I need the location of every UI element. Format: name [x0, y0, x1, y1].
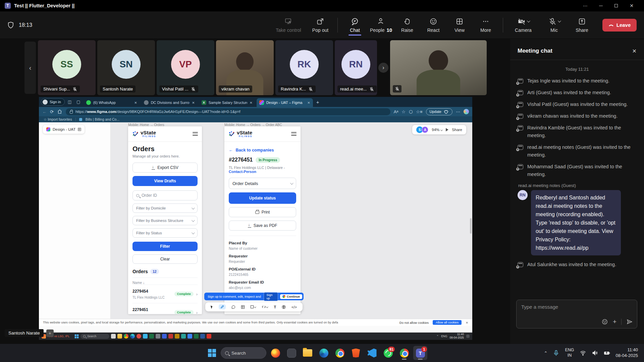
shared-clock[interactable]: 11:4008-04-2025 [450, 333, 464, 339]
opera-icon[interactable] [137, 334, 141, 339]
edge-icon[interactable] [130, 334, 135, 339]
shared-search-box[interactable]: Search [80, 334, 109, 339]
camera-options-chevron-icon[interactable] [527, 19, 530, 22]
address-bar[interactable]: https://www.figma.com/design/9BKQ0FOHRWa… [66, 108, 390, 115]
shape-tool-icon[interactable] [251, 305, 256, 308]
column-header-name[interactable]: Name ↓ [132, 278, 198, 285]
back-to-companies-link[interactable]: ←Back to companies [229, 148, 296, 153]
selected-tool-icon[interactable] [219, 304, 226, 309]
clear-button[interactable]: Clear [132, 254, 198, 264]
favorite-star-icon[interactable]: ☆ [401, 109, 406, 114]
raise-hand-button[interactable]: Raise [395, 14, 419, 36]
deny-cookies-button[interactable]: Do not allow cookies [399, 321, 429, 324]
browser-tab-active[interactable]: Design - UAT – Figma ✕ [257, 98, 313, 107]
read-aloud-icon[interactable]: Aᵃ [394, 109, 398, 114]
filter-domicile-dropdown[interactable]: Filter by Domicile [132, 203, 198, 213]
figma-document-chip[interactable]: Design - UAT [43, 125, 85, 134]
taskbar-app-icon[interactable] [162, 334, 167, 339]
spotlight-video-tile[interactable] [390, 40, 487, 95]
widgets-tool-icon[interactable] [282, 305, 285, 309]
taskbar-app-icon[interactable] [187, 334, 192, 339]
notification-icon[interactable] [466, 335, 470, 338]
close-tab-icon[interactable]: ✕ [134, 101, 137, 105]
refresh-icon[interactable]: ⟳ [50, 109, 54, 114]
attach-plus-icon[interactable]: + [613, 318, 616, 325]
mic-button[interactable]: Mic [541, 14, 568, 36]
teams-app-icon[interactable]: T1 [413, 346, 427, 360]
more-button[interactable]: More [474, 14, 497, 36]
file-explorer-icon[interactable] [117, 334, 122, 339]
browser-tab[interactable]: DC Divisions and Surroundings ✕ [141, 98, 198, 107]
participant-tile[interactable]: RK Ravindra K... [275, 40, 333, 95]
filter-status-dropdown[interactable]: Filter by Status [132, 228, 198, 238]
strip-scroll-right-button[interactable]: › [378, 63, 388, 73]
language-indicator[interactable]: ENGIN [565, 348, 574, 358]
leave-button[interactable]: Leave [602, 19, 637, 32]
tray-mic-icon[interactable] [553, 350, 559, 356]
pdf-icon[interactable] [207, 334, 211, 339]
zoom-level-dropdown[interactable]: 94% [432, 128, 442, 132]
filter-structure-dropdown[interactable]: Filter by Business Structure [132, 216, 198, 225]
hamburger-menu-icon[interactable] [193, 132, 198, 136]
taskbar-app-icon[interactable] [111, 334, 116, 339]
filter-button[interactable]: Filter [132, 242, 198, 251]
start-icon[interactable] [74, 334, 79, 339]
taskbar-app-icon[interactable] [156, 334, 160, 339]
browser-update-button[interactable]: Update [426, 108, 452, 115]
add-overlay-icon[interactable]: + [46, 329, 54, 337]
export-csv-button[interactable]: Export CSV [132, 163, 198, 173]
participant-tile-video[interactable]: vikram chavan [216, 40, 274, 95]
figma-share-button[interactable]: Share [452, 128, 462, 132]
edge-app-icon[interactable] [317, 346, 331, 360]
move-tool-icon[interactable] [211, 305, 213, 309]
browser-tab[interactable]: (6) WhatsApp ✕ [84, 98, 140, 107]
collaborator-avatar[interactable]: A [422, 126, 428, 133]
minimize-icon[interactable] [593, 0, 608, 11]
back-icon[interactable]: ← [42, 109, 47, 114]
participant-tile[interactable]: SN Santosh Narate [97, 40, 155, 95]
favorites-list-icon[interactable]: ☆≡ [416, 109, 422, 114]
taskbar-search[interactable]: Search [221, 347, 266, 359]
close-cookie-icon[interactable]: ✕ [466, 321, 468, 324]
close-tab-icon[interactable]: ✕ [192, 101, 195, 105]
pop-out-button[interactable]: Pop out [309, 14, 332, 36]
word-icon[interactable] [200, 334, 205, 339]
chrome-icon[interactable] [124, 334, 128, 339]
save-as-pdf-button[interactable]: Save as PDF [229, 221, 296, 231]
canvas-scrollbar[interactable] [470, 218, 472, 234]
firefox-app-icon[interactable] [268, 346, 282, 360]
comment-tool-icon[interactable] [232, 305, 235, 309]
participant-tile[interactable]: SS Shivani Sup... [38, 40, 96, 95]
order-id-search-input[interactable]: Order ID [132, 190, 198, 200]
order-details-dropdown[interactable]: Order Details [229, 178, 296, 189]
tab-actions-icon[interactable]: ▢ [75, 98, 82, 106]
signup-button[interactable]: Sign up [264, 292, 278, 301]
extensions-icon[interactable]: ⬡ [409, 109, 413, 114]
chat-message-input[interactable] [517, 300, 637, 315]
participant-tile[interactable]: RN read.ai mee... [335, 40, 377, 95]
update-status-button[interactable]: Update status [229, 192, 296, 204]
contact-person-link[interactable]: Contact-Person [229, 170, 256, 174]
order-row[interactable]: 2279451TL Flex Holdings LLC Complete › [132, 303, 198, 314]
excel-icon[interactable] [194, 334, 199, 339]
react-button[interactable]: React [422, 14, 445, 36]
volume-icon[interactable] [592, 350, 598, 356]
browser-signin-button[interactable]: Sign in [41, 98, 65, 106]
share-button[interactable]: Share [570, 14, 594, 36]
taskbar-app-icon[interactable] [181, 334, 186, 339]
new-tab-icon[interactable]: + [316, 99, 319, 105]
chrome-app-icon[interactable] [333, 346, 347, 360]
allow-cookies-button[interactable]: Allow all cookies [433, 320, 462, 325]
more-window-options-icon[interactable]: ⋯ [578, 0, 593, 11]
taskbar-clock[interactable]: 11:4008-04-2025 [616, 347, 638, 359]
view-drafts-button[interactable]: View Drafts [132, 176, 198, 186]
import-favorites-link[interactable]: ☆ Import favorites [44, 117, 72, 121]
brave-app-icon[interactable] [349, 346, 363, 360]
browser-tab[interactable]: X Sample Salary Structure with calc ✕ [199, 98, 255, 107]
print-button[interactable]: Print [229, 207, 296, 217]
taskbar-app-icon[interactable] [175, 334, 179, 339]
vscode-app-icon[interactable] [365, 346, 379, 360]
wifi-icon[interactable] [580, 350, 586, 356]
whatsapp-app-icon[interactable]: 81 [381, 346, 395, 360]
strip-scroll-left-button[interactable]: ‹ [24, 42, 36, 94]
